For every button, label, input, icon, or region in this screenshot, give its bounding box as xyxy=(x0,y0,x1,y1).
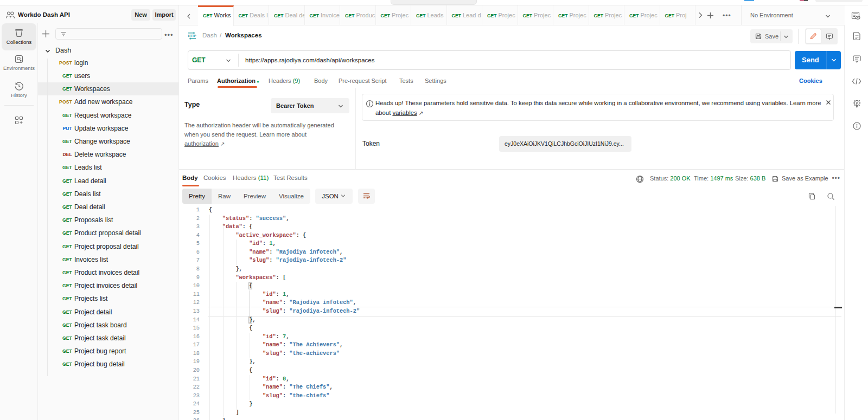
svg-text:HTTP: HTTP xyxy=(188,34,196,37)
